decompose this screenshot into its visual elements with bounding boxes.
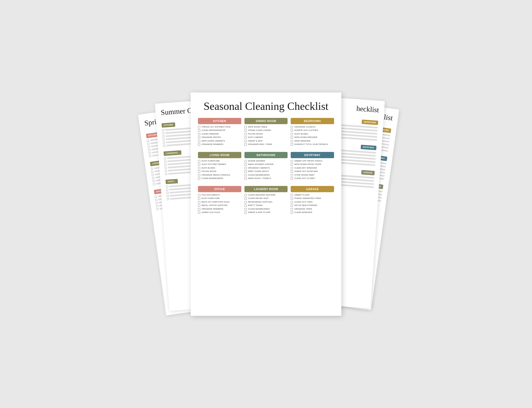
checkbox[interactable] (244, 136, 247, 139)
checkbox[interactable] (244, 126, 247, 128)
checkbox[interactable] (198, 201, 200, 203)
checkbox[interactable] (244, 160, 247, 162)
item-text: CLEAN BASEBOARDS (248, 174, 270, 176)
checkbox[interactable] (244, 170, 247, 173)
item-text: CLEAN OUT CARS (294, 201, 312, 203)
checkbox[interactable] (244, 174, 247, 176)
laundry-item-6: SWEEP & MOP FLOOR (244, 211, 288, 214)
laundry-item-2: CLEAN DRYER VENT (244, 197, 288, 200)
item-text: CLEAN REFRIGERATOR (202, 129, 225, 132)
kitchen-header: KITCHEN (198, 118, 241, 124)
checkbox[interactable] (198, 143, 200, 146)
bedrooms-item-3: DUST BLINDS (291, 133, 334, 135)
dining-item-4: DUST CABINET (244, 136, 288, 139)
kitchen-item-1: THROW OUT EXPIRED FOOD (198, 126, 241, 128)
checkbox[interactable] (244, 197, 247, 200)
checkbox[interactable] (291, 194, 293, 196)
dining-item-6: ORGANIZE MISC. ITEMS (244, 143, 288, 146)
item-text: DISINFECT TOYS / ELECTRONICS (294, 143, 328, 146)
checkbox[interactable] (291, 211, 293, 214)
item-text: SHRED OLD FILES (202, 211, 220, 214)
checkbox[interactable] (198, 163, 200, 166)
item-text: DUST PICTURE FRAMES (202, 163, 226, 166)
checkbox[interactable] (244, 211, 247, 214)
entry-item-4: SHAKE OUT DOOR MAT (291, 170, 334, 173)
checkbox[interactable] (244, 140, 247, 142)
item-text: THROW OUT EXPIRED FOOD (202, 126, 230, 128)
checkbox[interactable] (244, 204, 247, 207)
checkbox[interactable] (244, 208, 247, 210)
checkbox[interactable] (291, 167, 293, 169)
checkbox[interactable] (291, 143, 293, 146)
checkbox[interactable] (291, 204, 293, 207)
item-text: CLEAN BASEBOARDS (202, 177, 223, 180)
checklist-grid: KITCHEN THROW OUT EXPIRED FOOD CLEAN REF… (198, 118, 334, 216)
checkbox[interactable] (291, 163, 293, 166)
checkbox[interactable] (291, 160, 293, 162)
checkbox[interactable] (291, 201, 293, 203)
checkbox[interactable] (244, 163, 247, 166)
living-item-5: ORGANIZE MEDIA CONSOLE (198, 174, 241, 176)
checkbox[interactable] (198, 174, 200, 176)
garage-item-2: PURGE UNWANTED ITEMS (291, 197, 334, 200)
checkbox[interactable] (244, 129, 247, 132)
checkbox[interactable] (244, 201, 247, 203)
item-text: WIPE DOWN CABINETS (202, 140, 225, 142)
checkbox[interactable] (244, 167, 247, 169)
item-text: SWEEP FLOOR (294, 194, 309, 196)
checkbox[interactable] (198, 136, 200, 139)
checkbox[interactable] (198, 160, 200, 162)
item-text: WIPE DOWN TABLE (248, 126, 268, 128)
item-text: WIPE DOWN DRESSER (294, 136, 317, 139)
checkbox[interactable] (291, 208, 293, 210)
item-text: SWEEP OFF FRONT PORCH (294, 160, 322, 162)
garage-header: GARAGE (291, 186, 334, 192)
dining-item-5: SWEEP & MOP (244, 140, 288, 142)
checkbox[interactable] (198, 211, 200, 214)
bedrooms-item-5: WASH BEDDING (291, 140, 334, 142)
checkbox[interactable] (291, 170, 293, 173)
checkbox[interactable] (198, 167, 200, 169)
item-text: DUST BLINDS (294, 133, 308, 135)
checkbox[interactable] (291, 177, 293, 180)
checkbox[interactable] (244, 177, 247, 180)
checkbox[interactable] (244, 133, 247, 135)
checkbox[interactable] (198, 208, 200, 210)
kitchen-item-5: WIPE DOWN CABINETS (198, 140, 241, 142)
checkbox[interactable] (291, 129, 293, 132)
checkbox[interactable] (291, 140, 293, 142)
checkbox[interactable] (198, 197, 200, 200)
bath-item-6: WASH RUGS / TOWELS (244, 177, 288, 180)
checkbox[interactable] (198, 170, 200, 173)
item-text: REFILL OFFICE SUPPLIES (202, 204, 228, 207)
dining-item-1: WIPE DOWN TABLE (244, 126, 288, 128)
entry-item-2: WIPE DOWN FRONT DOOR (291, 163, 334, 166)
item-text: WASH RUGS / TOWELS (248, 177, 271, 180)
mid-left-office-label: OFFIC... (165, 179, 178, 184)
checkbox[interactable] (198, 126, 200, 128)
checkbox[interactable] (198, 194, 200, 196)
office-item-5: ORGANIZE DRAWERS (198, 208, 241, 210)
checkbox[interactable] (244, 143, 247, 146)
item-text: ORGANIZE PANTRY (202, 136, 221, 139)
checkbox[interactable] (198, 133, 200, 135)
living-item-4: POLISH WOOD (198, 170, 241, 173)
garage-item-4: SETUP NEW STORAGE (291, 204, 334, 207)
checkbox[interactable] (291, 133, 293, 135)
checkbox[interactable] (198, 140, 200, 142)
checkbox[interactable] (291, 174, 293, 176)
item-text: POLISH WOOD (202, 170, 216, 173)
checkbox[interactable] (198, 177, 200, 180)
checkbox[interactable] (198, 204, 200, 207)
checkbox[interactable] (244, 194, 247, 196)
checkbox[interactable] (198, 129, 200, 132)
item-text: DUST FURNITURE (202, 160, 220, 162)
item-text: WIPE DOWN FRONT DOOR (294, 163, 321, 166)
checkbox[interactable] (291, 136, 293, 139)
item-text: DONATE OLD CLOTHES (294, 129, 318, 132)
checkbox[interactable] (291, 197, 293, 200)
mid-right-bedrooms-label: BEDROOMS (362, 119, 378, 125)
checkbox[interactable] (291, 126, 293, 128)
bathrooms-header: BATHROOMS (244, 152, 288, 158)
garage-item-1: SWEEP FLOOR (291, 194, 334, 196)
